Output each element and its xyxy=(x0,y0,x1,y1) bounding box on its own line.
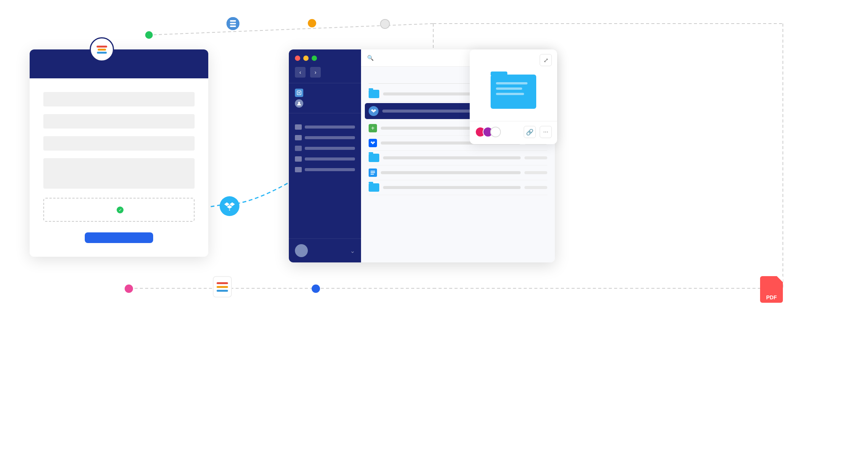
more-options-button[interactable]: ··· xyxy=(540,126,552,138)
minimize-button[interactable] xyxy=(303,56,309,61)
sidebar-company xyxy=(295,89,355,97)
sidebar-footer: ⌄ xyxy=(289,238,361,262)
field-input-2[interactable] xyxy=(43,114,195,129)
node-gray-top xyxy=(380,19,390,29)
upload-zone[interactable]: ✓ xyxy=(43,198,195,222)
file-name-6 xyxy=(381,171,521,174)
folder-name-line-5 xyxy=(305,168,355,171)
branding-divider xyxy=(470,121,557,121)
sidebar-folder-item-1[interactable] xyxy=(289,122,361,132)
sidebar-folder-item-5[interactable] xyxy=(289,164,361,175)
folder-file-icon-7 xyxy=(369,183,379,192)
form-header xyxy=(30,49,208,78)
submit-button[interactable] xyxy=(85,232,153,243)
sidebar-expand-icon[interactable]: ⌄ xyxy=(350,247,355,254)
node-pink-bottom xyxy=(125,284,133,293)
folder-name-line-4 xyxy=(305,157,355,161)
sidebar-nav-icons: ‹ › xyxy=(289,65,361,83)
folder-icon-1 xyxy=(295,124,302,130)
sidebar-account xyxy=(289,83,361,113)
sidebar-user xyxy=(295,99,355,108)
folder-lines xyxy=(496,82,531,95)
svg-point-11 xyxy=(298,102,300,104)
sidebar-folder-item-4[interactable] xyxy=(289,154,361,164)
svg-point-10 xyxy=(298,92,300,94)
branding-assets-label xyxy=(470,113,557,116)
file-modified-7 xyxy=(524,186,547,189)
user-count-badge xyxy=(490,127,501,137)
window-controls xyxy=(289,49,361,65)
link-icon-button[interactable]: 🔗 xyxy=(524,126,536,138)
maximize-button[interactable] xyxy=(312,56,317,61)
file-row-7[interactable] xyxy=(369,180,547,195)
close-button[interactable] xyxy=(295,56,300,61)
field-input-3[interactable] xyxy=(43,136,195,151)
file-modified-6 xyxy=(524,171,547,174)
file-dropbox-icon-1 xyxy=(369,139,377,147)
sidebar-avatar xyxy=(295,244,308,257)
stacked-lines-bottom-icon xyxy=(213,276,232,297)
big-folder-icon xyxy=(491,75,536,109)
sidebar-folder-item-2[interactable] xyxy=(289,132,361,143)
form-body: ✓ xyxy=(30,78,208,257)
folder-name-line-2 xyxy=(305,136,355,139)
app-sidebar: ‹ › xyxy=(289,49,361,262)
folder-preview xyxy=(470,71,557,113)
branding-panel-header: ⤢ xyxy=(470,49,557,71)
file-row-5[interactable] xyxy=(369,151,547,165)
folder-icon-4 xyxy=(295,156,302,162)
user-icon xyxy=(295,99,303,108)
company-icon xyxy=(295,89,303,97)
sidebar-folders-list xyxy=(289,122,361,175)
upload-check-icon: ✓ xyxy=(117,207,124,213)
svg-point-8 xyxy=(229,210,230,211)
field-textarea-4[interactable] xyxy=(43,158,195,189)
form-card: ✓ xyxy=(30,49,208,257)
file-name-7 xyxy=(383,186,521,189)
sidebar-folder-item-3[interactable] xyxy=(289,143,361,154)
file-row-6[interactable] xyxy=(369,165,547,180)
folder-icon-5 xyxy=(295,167,302,172)
folder-name-line-1 xyxy=(305,126,355,129)
nav-forward-icon[interactable]: › xyxy=(310,67,321,78)
dropbox-bubble-mid xyxy=(220,196,239,216)
branding-actions: 🔗 ··· xyxy=(524,126,552,138)
file-doc-icon-1 xyxy=(369,168,377,177)
svg-line-0 xyxy=(148,24,433,35)
starred-folders-label xyxy=(289,113,361,122)
folder-file-icon-1 xyxy=(369,90,379,98)
pdf-icon-bottom: PDF xyxy=(760,276,783,303)
branding-users: 🔗 ··· xyxy=(470,126,557,138)
form-icon-circle xyxy=(90,37,114,62)
folder-name-line-3 xyxy=(305,147,355,150)
nav-back-icon[interactable]: ‹ xyxy=(295,67,306,78)
node-blue-bottom xyxy=(312,284,320,293)
external-link-icon[interactable]: ⤢ xyxy=(540,54,552,66)
field-input-1[interactable] xyxy=(43,92,195,106)
file-name-5 xyxy=(383,156,521,159)
file-plus-icon: + xyxy=(369,124,377,132)
branding-panel: ⤢ 🔗 ··· xyxy=(470,49,557,144)
folder-icon-3 xyxy=(295,146,302,151)
pdf-label: PDF xyxy=(766,294,777,300)
node-yellow-top xyxy=(308,19,316,27)
node-green-top xyxy=(145,31,153,39)
search-icon: 🔍 xyxy=(367,55,374,61)
folder-file-icon-5 xyxy=(369,154,379,162)
dropbox-row-icon xyxy=(369,106,379,116)
file-modified-5 xyxy=(524,156,547,159)
node-blue-top-icon xyxy=(227,17,239,30)
folder-icon-2 xyxy=(295,135,302,140)
